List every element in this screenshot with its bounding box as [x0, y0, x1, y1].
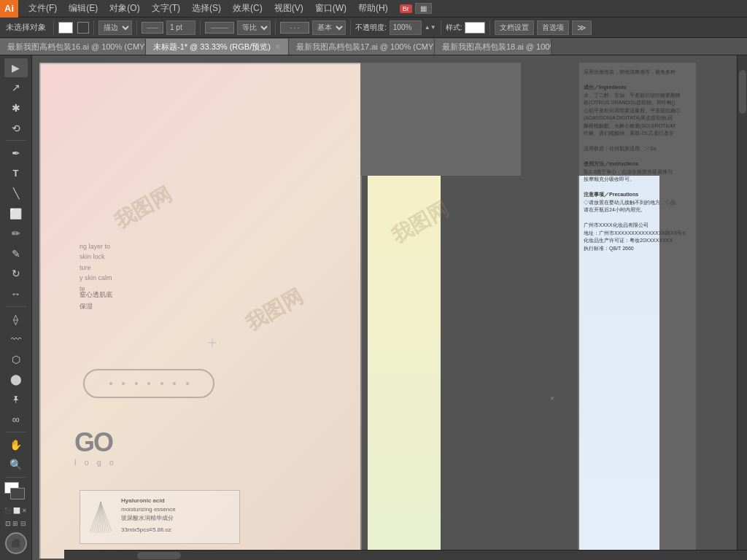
- product-lines: Hyaluronic acid moisturizing essence 玻尿酸…: [86, 497, 233, 537]
- base-select[interactable]: 基本: [312, 20, 346, 35]
- tool-divider-3: [6, 432, 26, 432]
- main-layout: ▶ ↗ ✱ ⟲ ✒ T ╲ ⬜ ✏ ✎ ↻ ↔ ⟠ 〰 ⬡ ⬤ 🖈 ∞ ✋ 🔍 …: [0, 55, 747, 560]
- cross-mark: ×: [550, 394, 554, 402]
- more-btn[interactable]: ≫: [572, 20, 592, 35]
- right-content: 采用次抛包装，彻地清爽感等，避免多种 成分／Ingredients 水、丁二醇、…: [579, 63, 696, 559]
- eyedropper-tool[interactable]: 🖈: [4, 390, 28, 409]
- ratio-select[interactable]: 等比: [237, 20, 271, 35]
- style-preview[interactable]: [465, 22, 485, 34]
- scale-tool[interactable]: ↔: [4, 284, 28, 303]
- right-line-0: 采用次抛包装，彻地清爽感等，避免多种: [584, 69, 692, 77]
- screen-mode-btn[interactable]: ⬛: [5, 532, 27, 554]
- draw-normal[interactable]: ⊡: [5, 520, 11, 531]
- opacity-stepper[interactable]: ▲▼: [425, 24, 436, 31]
- pencil-tool[interactable]: ✎: [4, 244, 28, 263]
- pill-dot-6: [173, 382, 176, 385]
- style-label: 样式:: [446, 23, 462, 33]
- direct-select-tool[interactable]: ↗: [4, 79, 28, 98]
- none-mode[interactable]: ✕: [22, 508, 27, 514]
- product-graphic: [86, 499, 115, 537]
- sidebar-text-en: ng layer to skin lock ture y skin calm t…: [80, 241, 112, 294]
- mode-select[interactable]: 描边: [98, 20, 132, 35]
- pen-tool[interactable]: ✒: [4, 144, 28, 163]
- right-line-14: 按摩顺充分吸收即可。: [584, 176, 692, 184]
- shape-builder-tool[interactable]: ⬤: [4, 370, 28, 389]
- menu-effect[interactable]: 效果(C): [227, 0, 268, 18]
- sidebar-cn-2: 保湿: [80, 300, 112, 312]
- right-line-6: (ADANSONIA DIGITATA)果皮提取物,回: [584, 114, 692, 122]
- menu-help[interactable]: 帮助(H): [352, 0, 394, 18]
- menu-select[interactable]: 选择(S): [186, 0, 227, 18]
- right-line-8: 叶糖、诱们榄酸钠、寡肽-29,乙基巳基甘: [584, 130, 692, 138]
- menu-text[interactable]: 文字(T): [146, 0, 186, 18]
- artboard-left-line: [39, 63, 41, 559]
- free-transform-tool[interactable]: ⬡: [4, 350, 28, 369]
- warp-tool[interactable]: 〰: [4, 330, 28, 349]
- paintbrush-tool[interactable]: ✏: [4, 225, 28, 244]
- stroke-color-box[interactable]: [77, 22, 89, 34]
- draw-behind[interactable]: ⊞: [12, 520, 18, 531]
- v-scroll-thumb[interactable]: [739, 70, 746, 114]
- stroke-weight-input[interactable]: 1 pt: [166, 20, 196, 35]
- text-tool[interactable]: T: [4, 164, 28, 183]
- hand-tool[interactable]: ✋: [4, 435, 28, 454]
- magic-wand-tool[interactable]: ✱: [4, 98, 28, 117]
- pill-dot-4: [147, 382, 150, 385]
- doc-settings-btn[interactable]: 文档设置: [495, 20, 534, 35]
- tab-1[interactable]: 未标题-1* @ 33.33% (RGB/预览) ✕: [146, 39, 289, 55]
- product-volume: 33mlx5pcs≡5.8fl.oz: [121, 526, 176, 534]
- stroke-style-preview2: ———: [205, 22, 234, 34]
- sidebar-cn-1: 窒心透肌底: [80, 289, 112, 300]
- menu-view[interactable]: 视图(V): [268, 0, 309, 18]
- zoom-tool[interactable]: 🔍: [4, 456, 28, 475]
- fill-color-box[interactable]: [58, 22, 73, 34]
- prefs-btn[interactable]: 首选项: [537, 20, 569, 35]
- right-line-17: ◇请放置在婴幼儿接触不到的地方。◇品: [584, 199, 692, 207]
- toolbar: 未选择对象 描边 —— 1 pt ——— 等比 - - - 基本 不透明度: ▲…: [0, 18, 747, 38]
- right-line-3: 水、丁二醇、甘油、平基菇抗缩控糖素翻糖: [584, 92, 692, 100]
- menu-window[interactable]: 窗口(W): [309, 0, 352, 18]
- tab-1-close[interactable]: ✕: [275, 43, 281, 50]
- product-text: Hyaluronic acid moisturizing essence 玻尿酸…: [121, 497, 176, 534]
- right-line-2: 成分／Ingredients: [584, 84, 692, 92]
- select-tool[interactable]: ▶: [4, 58, 28, 77]
- right-line-5: 心肌平基松向调需素适量股、平基菇抗糖①: [584, 107, 692, 115]
- menu-object[interactable]: 对象(O): [104, 0, 145, 18]
- h-scrollbar[interactable]: [64, 550, 747, 560]
- blend-tool[interactable]: ∞: [4, 411, 28, 429]
- line-tool[interactable]: ╲: [4, 184, 28, 203]
- gradient-mode[interactable]: ⬜: [13, 508, 20, 514]
- menu-edit[interactable]: 编辑(E): [63, 0, 104, 18]
- product-info-box: Hyaluronic acid moisturizing essence 玻尿酸…: [80, 490, 240, 544]
- pill-dot-5: [160, 382, 163, 385]
- panel-yellow: [368, 176, 441, 559]
- rotate-tool[interactable]: ↻: [4, 265, 28, 284]
- sidebar-line-1: ng layer to: [80, 241, 112, 252]
- stroke-indicator: [10, 488, 25, 499]
- canvas-area[interactable]: 我图网 我图网 我图网 ng layer to skin lock ture y…: [32, 55, 747, 560]
- menu-file[interactable]: 文件(F): [23, 0, 63, 18]
- v-scrollbar[interactable]: [737, 55, 747, 550]
- normal-mode[interactable]: ⬛: [4, 508, 12, 514]
- stroke-style-preview: ——: [142, 22, 163, 34]
- workspace-selector[interactable]: ▦: [415, 3, 432, 14]
- tab-0[interactable]: 最新我图高档包装16.ai @ 100% (CMYK/预览) ✕: [0, 39, 146, 55]
- tab-3[interactable]: 最新我图高档包装18.ai @ 100% ✕: [435, 39, 551, 55]
- rect-tool[interactable]: ⬜: [4, 204, 28, 223]
- right-line-7: 酿橙榄酸酯、水解小棘囊(SCLEROTIUM: [584, 122, 692, 131]
- ai-logo-icon: Ai: [0, 0, 18, 18]
- h-scroll-thumb[interactable]: [137, 552, 181, 559]
- right-line-20: 广州市XXXX化妆品有限公司: [584, 222, 692, 230]
- right-line-4: 柑(CITRUS GRANDIS)提取物、荷叶树(): [584, 99, 692, 107]
- right-line-12: 使用方法／Instructions: [584, 160, 692, 168]
- width-tool[interactable]: ⟠: [4, 310, 28, 329]
- product-svg: [86, 499, 115, 536]
- right-line-22: 化妆品生产许可证：粤妆20XXXXXXXX: [584, 237, 692, 245]
- tab-2[interactable]: 最新我图高档包装17.ai @ 100% (CMYK/预览) ✕: [289, 39, 435, 55]
- tool-divider-1: [6, 140, 26, 141]
- draw-inside[interactable]: ⊟: [20, 520, 26, 531]
- right-text-block: 采用次抛包装，彻地清爽感等，避免多种 成分／Ingredients 水、丁二醇、…: [584, 69, 692, 252]
- fill-stroke-indicator[interactable]: [4, 482, 28, 501]
- opacity-input[interactable]: [390, 20, 422, 35]
- lasso-tool[interactable]: ⟲: [4, 119, 28, 138]
